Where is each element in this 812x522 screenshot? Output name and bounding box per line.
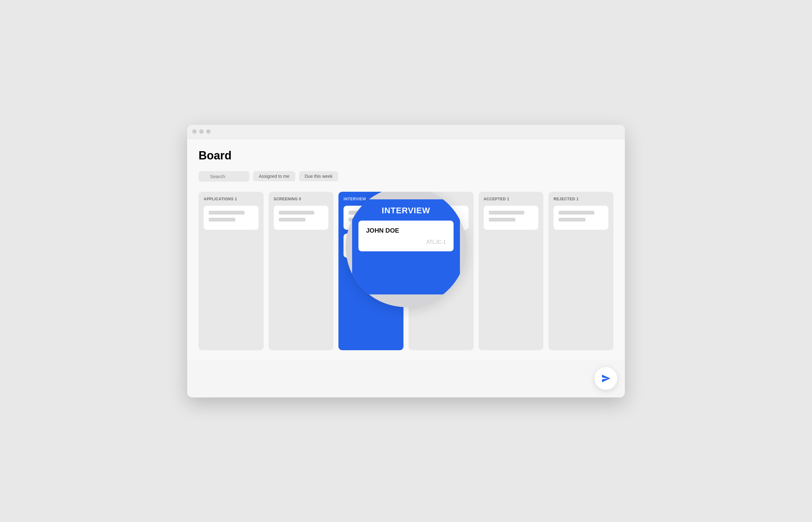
column-applications: APPLICATIONS 1 — [198, 192, 264, 350]
card-bar-2 — [209, 218, 235, 222]
minimize-button[interactable] — [199, 129, 204, 134]
titlebar — [187, 125, 625, 139]
filter-due-this-week[interactable]: Due this week — [299, 171, 339, 181]
magnifier-card-id: ATLJC-1 — [366, 239, 446, 245]
column-rejected: REJECTED 1 — [548, 192, 614, 350]
column-screening: SCREENING 0 — [269, 192, 334, 350]
magnifier-column-title: INTERVIEW — [382, 206, 430, 216]
card-bar-13 — [559, 211, 594, 215]
column-applications-header: APPLICATIONS 1 — [204, 197, 258, 201]
card-bar-3 — [279, 211, 315, 215]
card-bar-11 — [489, 211, 525, 215]
column-rejected-header: REJECTED 1 — [554, 197, 608, 201]
magnifier-content: INTERVIEW JOHN DOE ATLJC-1 — [352, 199, 460, 295]
main-content: Board 🔍 Assigned to me Due this week APP… — [187, 139, 625, 360]
card-rejected-1[interactable] — [554, 206, 608, 230]
close-button[interactable] — [192, 129, 197, 134]
card-screening-1[interactable] — [274, 206, 329, 230]
magnifier-overlay: INTERVIEW JOHN DOE ATLJC-1 — [346, 192, 466, 307]
board-container: APPLICATIONS 1 SCREENING 0 INTERVIEW — [198, 192, 614, 350]
magnifier-card[interactable]: JOHN DOE ATLJC-1 — [359, 221, 453, 251]
search-container: 🔍 — [198, 171, 249, 182]
card-bar-14 — [559, 218, 585, 222]
magnifier-card-name: JOHN DOE — [366, 227, 446, 234]
toolbar: 🔍 Assigned to me Due this week — [198, 171, 614, 182]
card-applications-1[interactable] — [204, 206, 258, 230]
column-accepted: ACCEPTED 1 — [479, 192, 544, 350]
column-accepted-header: ACCEPTED 1 — [484, 197, 539, 201]
card-bar-1 — [209, 211, 245, 215]
fab-button[interactable] — [594, 367, 617, 390]
column-screening-header: SCREENING 0 — [274, 197, 329, 201]
page-title: Board — [198, 149, 614, 162]
send-icon — [599, 372, 612, 385]
filter-assigned-to-me[interactable]: Assigned to me — [253, 171, 295, 181]
card-bar-12 — [489, 218, 516, 222]
card-accepted-1[interactable] — [484, 206, 539, 230]
app-window: Board 🔍 Assigned to me Due this week APP… — [187, 125, 625, 398]
traffic-lights — [192, 129, 211, 134]
search-input[interactable] — [198, 171, 249, 182]
card-bar-4 — [279, 218, 306, 222]
maximize-button[interactable] — [206, 129, 211, 134]
